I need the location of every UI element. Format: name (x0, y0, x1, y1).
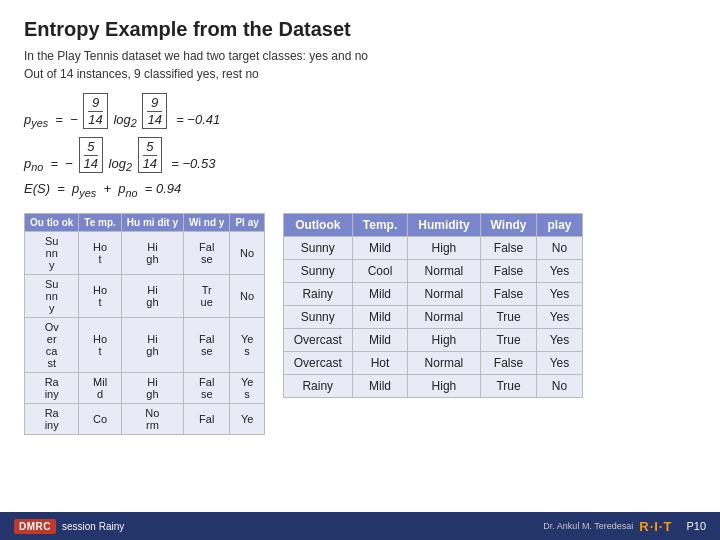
table-row: Sunny Mild High False No (283, 236, 582, 259)
cell-temp: Mild (352, 236, 407, 259)
formula-pyes: pyes = − 9 14 log2 9 14 = −0.41 (24, 93, 696, 129)
cell-outlook: Sunny (283, 305, 352, 328)
left-th-humidity: Hu mi dit y (121, 213, 183, 231)
cell: Fal (183, 403, 229, 434)
cell-play: Yes (537, 282, 582, 305)
cell: Rainy (25, 372, 79, 403)
cell: High (121, 274, 183, 317)
cell-humidity: Normal (408, 305, 480, 328)
cell-humidity: Normal (408, 259, 480, 282)
cell: No (230, 274, 264, 317)
page: Entropy Example from the Dataset In the … (0, 0, 720, 447)
cell: False (183, 317, 229, 372)
cell: False (183, 372, 229, 403)
table-row: Sunny Cool Normal False Yes (283, 259, 582, 282)
cell-temp: Mild (352, 282, 407, 305)
left-table-container: Ou tlo ok Te mp. Hu mi dit y Wi nd y Pl … (24, 213, 265, 435)
subtitle-line1: In the Play Tennis dataset we had two ta… (24, 47, 696, 65)
cell-windy: True (480, 305, 537, 328)
cell-windy: False (480, 282, 537, 305)
cell-temp: Mild (352, 305, 407, 328)
main-th-humidity: Humidity (408, 213, 480, 236)
cell: Mild (79, 372, 121, 403)
page-number: P10 (686, 520, 706, 532)
cell-humidity: High (408, 236, 480, 259)
cell-play: Yes (537, 328, 582, 351)
cell: True (183, 274, 229, 317)
table-row: Rainy Mild High True No (283, 374, 582, 397)
cell-outlook: Rainy (283, 282, 352, 305)
cell-temp: Hot (352, 351, 407, 374)
cell: Hot (79, 231, 121, 274)
bottom-right: Dr. Ankul M. Teredesai R·I·T P10 (543, 519, 706, 534)
cell: Yes (230, 372, 264, 403)
cell-play: No (537, 236, 582, 259)
cell: Norm (121, 403, 183, 434)
cell-humidity: Normal (408, 282, 480, 305)
cell: False (183, 231, 229, 274)
table-row: Overcast Hot Normal False Yes (283, 351, 582, 374)
dmrc-badge: DMRC (14, 519, 56, 534)
page-title: Entropy Example from the Dataset (24, 18, 696, 41)
cell-play: No (537, 374, 582, 397)
cell-humidity: High (408, 328, 480, 351)
left-table: Ou tlo ok Te mp. Hu mi dit y Wi nd y Pl … (24, 213, 265, 435)
cell: High (121, 231, 183, 274)
table-row: Rainy Co Norm Fal Ye (25, 403, 265, 434)
left-th-temp: Te mp. (79, 213, 121, 231)
main-th-temp: Temp. (352, 213, 407, 236)
cell-outlook: Overcast (283, 351, 352, 374)
cell-windy: False (480, 236, 537, 259)
main-th-outlook: Outlook (283, 213, 352, 236)
subtitle-line2: Out of 14 instances, 9 classified yes, r… (24, 65, 696, 83)
cell-outlook: Overcast (283, 328, 352, 351)
cell: Hot (79, 274, 121, 317)
cell-outlook: Sunny (283, 259, 352, 282)
cell-temp: Cool (352, 259, 407, 282)
table-row: Overcast Mild High True Yes (283, 328, 582, 351)
cell: High (121, 372, 183, 403)
bottom-bar: DMRC session Rainy Dr. Ankul M. Teredesa… (0, 512, 720, 540)
main-th-play: play (537, 213, 582, 236)
cell-windy: False (480, 259, 537, 282)
cell-windy: False (480, 351, 537, 374)
cell: Rainy (25, 403, 79, 434)
subtitle: In the Play Tennis dataset we had two ta… (24, 47, 696, 83)
cell-humidity: High (408, 374, 480, 397)
main-table-container: Outlook Temp. Humidity Windy play Sunny … (283, 213, 583, 398)
left-th-play: Pl ay (230, 213, 264, 231)
table-row: Sunny Mild Normal True Yes (283, 305, 582, 328)
cell: Overcast (25, 317, 79, 372)
cell-play: Yes (537, 305, 582, 328)
formulas-section: pyes = − 9 14 log2 9 14 = −0.41 pno = − … (24, 93, 696, 199)
cell: Hot (79, 317, 121, 372)
author-text: Dr. Ankul M. Teredesai (543, 521, 633, 531)
cell-outlook: Sunny (283, 236, 352, 259)
cell-temp: Mild (352, 328, 407, 351)
cell-temp: Mild (352, 374, 407, 397)
cell-play: Yes (537, 351, 582, 374)
main-table: Outlook Temp. Humidity Windy play Sunny … (283, 213, 583, 398)
rit-logo: R·I·T (639, 519, 672, 534)
tables-area: Ou tlo ok Te mp. Hu mi dit y Wi nd y Pl … (24, 213, 696, 435)
cell: Yes (230, 317, 264, 372)
cell-play: Yes (537, 259, 582, 282)
table-row: Rainy Mild High False Yes (25, 372, 265, 403)
cell: Sunny (25, 231, 79, 274)
formula-es: E(S) = pyes + pno = 0.94 (24, 181, 696, 199)
cell-windy: True (480, 374, 537, 397)
table-row: Overcast Hot High False Yes (25, 317, 265, 372)
left-th-outlook: Ou tlo ok (25, 213, 79, 231)
bottom-left: DMRC session Rainy (14, 519, 124, 534)
main-th-windy: Windy (480, 213, 537, 236)
cell: Co (79, 403, 121, 434)
session-label: session Rainy (62, 521, 124, 532)
cell: Ye (230, 403, 264, 434)
table-row: Sunny Hot High False No (25, 231, 265, 274)
cell-outlook: Rainy (283, 374, 352, 397)
cell: High (121, 317, 183, 372)
cell-windy: True (480, 328, 537, 351)
formula-pno: pno = − 5 14 log2 5 14 = −0.53 (24, 137, 696, 173)
cell: Sunny (25, 274, 79, 317)
table-row: Sunny Hot High True No (25, 274, 265, 317)
